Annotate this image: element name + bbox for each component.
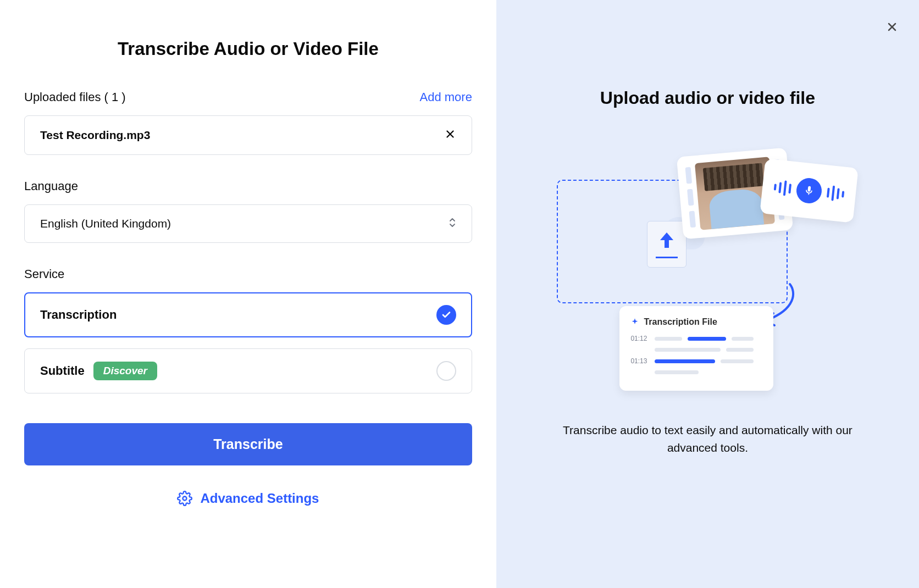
- uploaded-file-row: Test Recording.mp3: [24, 115, 472, 155]
- radio-unchecked-icon: [436, 361, 456, 381]
- language-label: Language: [24, 179, 472, 193]
- discover-badge: Discover: [93, 362, 157, 380]
- service-subtitle-label: Subtitle Discover: [40, 362, 157, 380]
- page-title: Transcribe Audio or Video File: [24, 38, 472, 59]
- remove-file-button[interactable]: [444, 128, 456, 142]
- service-option-transcription[interactable]: Transcription: [24, 292, 472, 337]
- radio-checked-icon: [436, 305, 456, 325]
- language-select[interactable]: English (United Kingdom): [24, 204, 472, 243]
- info-title: Upload audio or video file: [600, 88, 815, 108]
- transcript-card-illustration: Transcription File 01:12 01:13: [619, 306, 773, 391]
- gear-icon: [177, 491, 192, 506]
- chevron-updown-icon: [449, 217, 456, 230]
- info-description: Transcribe audio to text easily and auto…: [553, 421, 861, 456]
- file-name: Test Recording.mp3: [40, 129, 150, 142]
- microphone-icon: [795, 177, 823, 205]
- info-panel: Upload audio or video file: [496, 0, 919, 588]
- advanced-settings-link[interactable]: Advanced Settings: [24, 491, 472, 506]
- svg-point-2: [183, 497, 187, 501]
- service-transcription-label: Transcription: [40, 308, 117, 322]
- service-label: Service: [24, 267, 472, 281]
- upload-icon: [647, 221, 687, 268]
- uploaded-files-label: Uploaded files ( 1 ): [24, 90, 126, 104]
- close-icon: [885, 20, 899, 34]
- audio-card-illustration: [760, 158, 859, 223]
- illustration: Transcription File 01:12 01:13: [553, 141, 861, 389]
- transcribe-button[interactable]: Transcribe: [24, 423, 472, 465]
- service-option-subtitle[interactable]: Subtitle Discover: [24, 348, 472, 393]
- sparkle-icon: [630, 318, 639, 326]
- uploaded-files-header: Uploaded files ( 1 ) Add more: [24, 90, 472, 104]
- close-icon: [444, 128, 456, 140]
- close-button[interactable]: [884, 19, 900, 35]
- form-panel: Transcribe Audio or Video File Uploaded …: [0, 0, 496, 588]
- language-value: English (United Kingdom): [40, 217, 171, 230]
- add-more-link[interactable]: Add more: [419, 90, 472, 104]
